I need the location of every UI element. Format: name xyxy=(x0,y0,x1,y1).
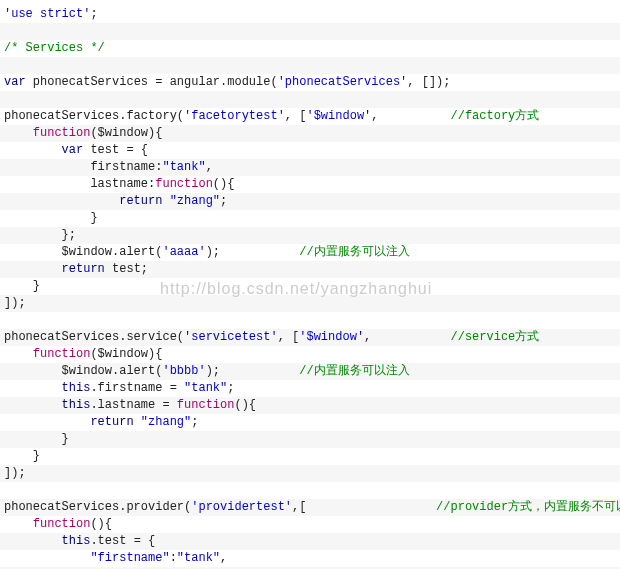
code-line: 'use strict' xyxy=(4,7,90,21)
comment-factory: //factory方式 xyxy=(451,109,540,123)
code-block: 'use strict'; /* Services */ var phoneca… xyxy=(0,6,620,569)
comment-inject: //内置服务可以注入 xyxy=(299,245,409,259)
comment-provider: //provider方式，内置服务不可以注入 xyxy=(436,500,620,514)
comment-service: //service方式 xyxy=(451,330,540,344)
code-comment: /* Services */ xyxy=(4,41,105,55)
